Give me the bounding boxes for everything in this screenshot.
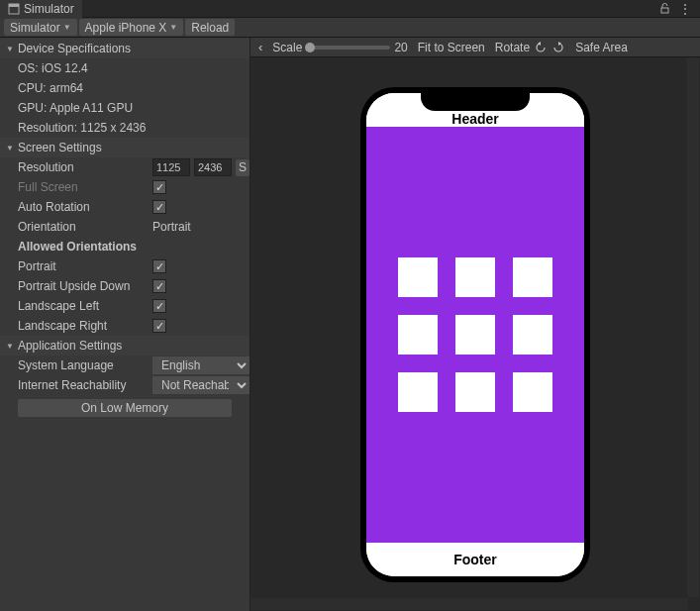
device-label: Apple iPhone X [85,21,167,35]
grid-cell [398,372,438,412]
scale-slider[interactable] [306,46,390,50]
spec-gpu: GPU: Apple A11 GPU [18,101,133,115]
spec-cpu: CPU: arm64 [18,81,83,95]
landscape-right-label: Landscape Right [18,319,152,333]
landscape-left-checkbox[interactable] [152,299,166,313]
resolution-label: Resolution [18,160,152,174]
rotate-ccw-icon[interactable] [534,42,548,53]
foldout-icon: ▼ [6,342,14,351]
system-language-label: System Language [18,358,152,372]
reload-label: Reload [191,21,229,35]
rotate-cw-icon[interactable] [551,42,565,53]
grid-cell [398,315,438,355]
portrait-upside-down-checkbox[interactable] [152,279,166,293]
internet-reachability-label: Internet Reachability [18,378,152,392]
grid-cell [455,372,495,412]
grid-cell [455,257,495,297]
app-content [366,127,584,543]
vertical-scrollbar[interactable] [687,57,699,597]
portrait-upside-down-label: Portrait Upside Down [18,279,152,293]
window-title: Simulator [24,2,74,16]
grid-cell [513,257,552,297]
autorotation-label: Auto Rotation [18,200,152,214]
foldout-icon: ▼ [6,45,14,53]
section-title: Device Specifications [18,42,131,55]
foldout-icon: ▼ [6,144,14,153]
lock-icon[interactable] [659,3,670,14]
autorotation-checkbox[interactable] [152,200,166,214]
portrait-checkbox[interactable] [152,259,166,273]
app-footer: Footer [366,543,584,576]
horizontal-scrollbar[interactable] [250,598,688,610]
simulator-mode-dropdown[interactable]: Simulator ▼ [4,19,77,36]
safe-area-toggle[interactable]: Safe Area [575,41,628,54]
resolution-width-input[interactable] [152,158,190,176]
spec-os: OS: iOS 12.4 [18,61,88,75]
fullscreen-checkbox[interactable] [152,180,166,194]
spec-resolution: Resolution: 1125 x 2436 [18,121,146,135]
grid-cell [513,372,552,412]
on-low-memory-label: On Low Memory [81,401,168,415]
device-frame: Header [360,87,590,582]
grid-cell [398,257,438,297]
rotate-label: Rotate [495,41,530,54]
resolution-height-input[interactable] [194,158,232,176]
device-preview-area: Header [250,57,700,611]
portrait-label: Portrait [18,259,152,273]
back-icon[interactable]: ‹ [258,40,262,54]
landscape-right-checkbox[interactable] [152,319,166,333]
grid-cell [513,315,552,355]
chevron-down-icon: ▼ [169,23,177,32]
chevron-down-icon: ▼ [63,23,71,32]
section-screen-settings[interactable]: ▼ Screen Settings [0,138,250,157]
simulator-mode-label: Simulator [10,21,60,35]
system-language-dropdown[interactable]: English [152,356,250,374]
section-title: Screen Settings [18,141,102,154]
section-application-settings[interactable]: ▼ Application Settings [0,336,250,356]
allowed-orientations-header: Allowed Orientations [18,240,152,254]
svg-rect-2 [661,8,668,13]
scale-label: Scale [272,41,302,54]
resolution-set-button[interactable]: S [236,159,250,176]
window-icon [8,3,20,15]
landscape-left-label: Landscape Left [18,299,152,313]
section-title: Application Settings [18,339,122,353]
reload-button[interactable]: Reload [185,19,235,36]
window-tab-simulator[interactable]: Simulator [0,0,82,18]
menu-icon[interactable]: ⋮ [678,2,692,16]
section-device-spec[interactable]: ▼ Device Specifications [0,39,250,58]
device-dropdown[interactable]: Apple iPhone X ▼ [79,19,184,36]
device-notch [421,93,530,111]
orientation-value: Portrait [152,220,191,234]
on-low-memory-button[interactable]: On Low Memory [18,399,232,417]
orientation-label: Orientation [18,220,152,234]
grid-cell [455,315,495,355]
fit-to-screen-button[interactable]: Fit to Screen [418,41,485,54]
scale-value: 20 [394,41,407,54]
fullscreen-label: Full Screen [18,180,152,194]
internet-reachability-dropdown[interactable]: Not Reachable [152,376,250,394]
svg-rect-1 [9,4,19,7]
grid [398,257,552,412]
